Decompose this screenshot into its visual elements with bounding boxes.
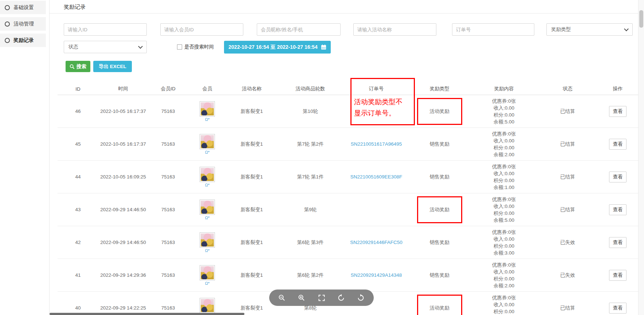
cell-member-id: 75163: [148, 109, 188, 114]
reward-line: 优惠券:0张: [492, 163, 516, 170]
rotate-right-icon[interactable]: [357, 294, 365, 302]
table-row: 44 2022-10-05 16:09:25 75163 Ω* 新客裂变1 第7…: [58, 161, 638, 193]
reward-line: 收入:0.00: [494, 105, 514, 111]
sidebar-item-label: 基础设置: [13, 4, 34, 11]
export-excel-button[interactable]: 导出 EXCEL: [93, 61, 132, 72]
cell-order-no: SN2210051609EE308F: [343, 174, 409, 180]
member-avatar[interactable]: [200, 265, 215, 280]
fullscreen-icon[interactable]: [318, 294, 326, 302]
activity-name-input[interactable]: [353, 23, 436, 36]
vertical-scrollbar[interactable]: [638, 0, 644, 315]
table-header-row: ID 时间 会员ID 会员 活动名称 活动商品轮数 订单号 奖励类型 奖励内容 …: [58, 83, 638, 95]
cell-member-id: 75163: [148, 141, 188, 147]
sidebar-item-label: 活动管理: [13, 21, 34, 27]
reward-line: 余额:5.00: [494, 118, 514, 125]
reward-line: 优惠券:0张: [492, 196, 516, 203]
table-row: 45 2022-10-05 16:17:37 75163 Ω* 新客裂变1 第7…: [58, 128, 638, 161]
view-button[interactable]: 查看: [609, 139, 627, 150]
order-number-link[interactable]: SN2209291446FAFC50: [350, 240, 402, 245]
order-number-link[interactable]: SN2210051617A96495: [351, 141, 402, 147]
cell-reward-content: 优惠券:0张收入:0.00积分:0.00余额:3.00: [470, 229, 538, 256]
cell-reward-content: 优惠券:0张收入:0.00积分:0.00余额:2.00: [470, 261, 538, 289]
member-nickname[interactable]: Ω*: [205, 183, 210, 187]
sidebar-item[interactable]: 奖励记录: [0, 34, 46, 47]
view-button[interactable]: 查看: [609, 270, 627, 281]
member-nickname[interactable]: Ω*: [205, 281, 210, 286]
member-avatar[interactable]: [200, 134, 215, 149]
avatar-image: [201, 233, 214, 247]
reward-type-box: 销售奖励: [417, 229, 462, 256]
reward-type-box: 活动奖励: [417, 196, 462, 223]
cell-id: 40: [58, 305, 98, 311]
cell-member-id: 75163: [148, 272, 188, 278]
member-nickname[interactable]: Ω*: [205, 216, 210, 220]
member-avatar[interactable]: [200, 200, 215, 215]
rotate-left-icon[interactable]: [337, 294, 345, 302]
reward-type-select[interactable]: 奖励类型: [546, 23, 633, 36]
cell-time: 2022-10-05 16:09:25: [98, 174, 148, 180]
zoom-out-icon[interactable]: [278, 294, 286, 302]
cell-member: Ω*: [188, 101, 226, 122]
view-button[interactable]: 查看: [609, 204, 627, 215]
cell-action: 查看: [597, 106, 638, 117]
sidebar-item[interactable]: 基础设置: [0, 1, 46, 14]
member-name-input[interactable]: [257, 23, 341, 36]
view-button[interactable]: 查看: [609, 172, 627, 182]
member-avatar[interactable]: [200, 167, 215, 182]
member-avatar[interactable]: [200, 232, 215, 248]
cell-member: Ω*: [188, 298, 226, 315]
sidebar-item[interactable]: 活动管理: [0, 17, 46, 31]
cell-member: Ω*: [188, 134, 226, 154]
cell-id: 46: [58, 109, 98, 114]
cell-id: 43: [58, 207, 98, 212]
cell-order-no: SN2209291446FAFC50: [343, 240, 409, 245]
member-avatar[interactable]: [200, 101, 215, 117]
chevron-down-icon: [138, 44, 143, 49]
radio-circle-icon: [5, 5, 10, 10]
date-range-button[interactable]: 2022-10-27 16:54 至 2022-10-27 16:54: [224, 41, 331, 54]
view-button[interactable]: 查看: [609, 303, 627, 314]
member-nickname[interactable]: Ω*: [205, 248, 210, 253]
cell-action: 查看: [597, 204, 638, 215]
view-button[interactable]: 查看: [609, 106, 627, 117]
cell-reward-type: 销售奖励: [409, 164, 470, 190]
sidebar-item-label: 奖励记录: [13, 37, 34, 44]
cell-reward-type: 销售奖励: [409, 229, 470, 256]
reward-line: 优惠券:0张: [492, 294, 516, 301]
cell-member: Ω*: [188, 200, 226, 220]
reward-records-table: ID 时间 会员ID 会员 活动名称 活动商品轮数 订单号 奖励类型 奖励内容 …: [58, 83, 638, 315]
member-avatar[interactable]: [200, 298, 215, 313]
reward-line: 积分:0.00: [494, 111, 514, 118]
cell-reward-content: 优惠券:0张收入:0.00积分:0.00余额:1.00: [470, 163, 538, 191]
member-nickname[interactable]: Ω*: [205, 117, 210, 122]
status-select[interactable]: 状态: [64, 41, 147, 53]
search-time-checkbox[interactable]: [177, 44, 182, 50]
order-no-input[interactable]: [452, 23, 534, 36]
cell-reward-type: 活动奖励: [409, 295, 470, 315]
reward-records-page: 基础设置 活动管理 奖励记录 奖励记录 奖励类型 状态 是否搜索时间 2022-…: [0, 0, 644, 315]
member-id-input[interactable]: [160, 23, 243, 36]
id-input[interactable]: [64, 23, 147, 36]
radio-circle-icon: [5, 21, 10, 27]
search-button[interactable]: 搜索: [66, 61, 90, 72]
column-header: 时间: [98, 86, 148, 92]
column-header: 会员: [188, 86, 226, 92]
table-body: 46 2022-10-05 16:17:37 75163 Ω* 新客裂变1 第1…: [58, 95, 638, 315]
cell-status: 已失效: [538, 272, 597, 279]
cell-reward-type: 销售奖励: [409, 262, 470, 289]
export-button-label: 导出 EXCEL: [99, 63, 126, 70]
view-button[interactable]: 查看: [609, 237, 627, 248]
order-number-link[interactable]: SN2209291429A14348: [351, 272, 402, 278]
order-number-link[interactable]: SN2210051609EE308F: [350, 174, 402, 180]
zoom-in-icon[interactable]: [298, 294, 306, 302]
reward-type-box: 销售奖励: [417, 131, 462, 158]
vertical-scrollbar-thumb[interactable]: [639, 10, 643, 28]
cell-activity-name: 新客裂变1: [226, 174, 277, 180]
reward-type-label: 销售奖励: [430, 272, 449, 279]
reward-line: 积分:0.00: [494, 144, 514, 151]
cell-reward-type: 销售奖励: [409, 131, 470, 158]
member-nickname[interactable]: Ω*: [205, 150, 210, 154]
horizontal-scrollbar-thumb[interactable]: [50, 313, 244, 315]
reward-line: 余额:1.00: [494, 184, 514, 191]
cell-order-no: SN2209291429A14348: [343, 272, 409, 278]
